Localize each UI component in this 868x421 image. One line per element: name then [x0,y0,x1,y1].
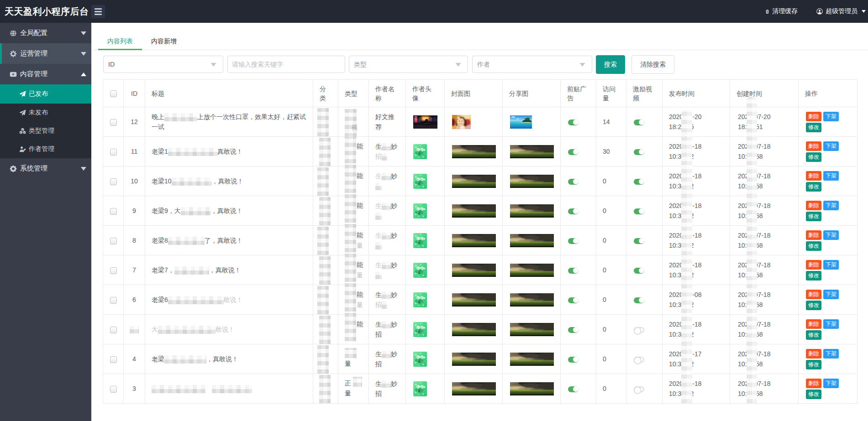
sidebar-subitem-unpublished[interactable]: 未发布 [0,104,91,122]
sidebar-subitem-author[interactable]: 作者管理 [0,140,91,158]
delete-button[interactable]: 删除 [806,141,821,151]
censor-mosaic [168,148,217,156]
delete-button[interactable]: 删除 [806,319,821,329]
preroll-toggle[interactable] [568,297,579,303]
sidebar-subitem-type[interactable]: 类型管理 [0,122,91,140]
edit-button[interactable]: 修改 [806,182,821,192]
edit-button[interactable]: 修改 [806,330,821,340]
create-time-cell: 2020-07-1810:30:58 [730,255,799,285]
row-checkbox[interactable] [110,178,117,185]
preroll-toggle[interactable] [568,386,579,392]
reward-video-toggle[interactable] [634,327,644,333]
delete-button[interactable]: 删除 [806,201,821,210]
preroll-toggle[interactable] [568,208,579,214]
edit-button[interactable]: 修改 [806,390,821,399]
preroll-toggle[interactable] [568,120,579,125]
caret-down-icon [81,31,86,35]
reward-video-toggle[interactable] [634,238,644,244]
row-checkbox[interactable] [110,386,117,393]
preroll-toggle[interactable] [568,268,579,274]
censor-mosaic [212,385,252,393]
edit-button[interactable]: 修改 [806,152,821,162]
publish-time-cell: 2020-07-1810:31:02 [663,255,730,285]
reward-video-toggle[interactable] [634,297,644,303]
admin-menu[interactable]: 超级管理员 [816,7,866,16]
preroll-toggle[interactable] [568,179,579,185]
offshelf-button[interactable]: 下架 [823,141,839,151]
delete-button[interactable]: 删除 [806,349,821,359]
reward-video-toggle[interactable] [634,179,644,185]
tab-content-list[interactable]: 内容列表 [98,32,142,50]
search-button[interactable]: 搜索 [596,55,625,74]
author-avatar-cell [406,344,445,374]
sidebar-subitem-published[interactable]: 已发布 [0,84,91,104]
offshelf-button[interactable]: 下架 [823,171,839,181]
edit-button[interactable]: 修改 [806,241,821,251]
sidebar-item-operation[interactable]: 运营管理 [0,43,91,64]
edit-button[interactable]: 修改 [806,301,821,310]
author-filter-select[interactable]: 作者 [472,56,592,73]
select-all-header[interactable] [103,80,124,107]
row-checkbox[interactable] [110,208,117,215]
row-checkbox[interactable] [110,297,117,304]
author-name-cell: 好文推荐 [369,107,406,137]
avatar-cube-image [413,322,427,337]
column-header: 操作 [799,80,857,107]
category-cell [313,226,338,255]
offshelf-button[interactable]: 下架 [823,319,839,329]
reward-video-toggle[interactable] [634,357,644,363]
reward-video-toggle[interactable] [634,120,644,125]
clear-cache-button[interactable]: 清理缓存 [765,7,798,16]
row-checkbox[interactable] [110,356,117,363]
delete-button[interactable]: 删除 [806,171,821,181]
row-select-cell [103,315,124,344]
select-all-checkbox[interactable] [110,90,117,97]
clear-search-button[interactable]: 清除搜索 [631,55,674,74]
publish-time-cell: 2020-07-1710:31:02 [663,344,730,374]
row-checkbox[interactable] [110,119,117,126]
offshelf-button[interactable]: 下架 [823,201,839,210]
edit-button[interactable]: 修改 [806,123,821,132]
preroll-toggle[interactable] [568,238,579,244]
type-filter-select[interactable]: 类型 [349,56,468,73]
offshelf-button[interactable]: 下架 [823,349,839,359]
keyword-input[interactable]: 请输入搜索关键字 [227,56,345,73]
offshelf-button[interactable]: 下架 [823,112,839,121]
sidebar-item-global-config[interactable]: 全局配置 [0,23,91,43]
reward-video-toggle[interactable] [634,149,644,155]
preroll-toggle[interactable] [568,149,579,155]
avatar-cube-image [413,292,427,307]
share-cell [503,285,561,315]
preroll-toggle[interactable] [568,357,579,363]
delete-button[interactable]: 删除 [806,290,821,299]
row-checkbox[interactable] [110,267,117,274]
offshelf-button[interactable]: 下架 [823,379,839,388]
edit-button[interactable]: 修改 [806,360,821,369]
offshelf-button[interactable]: 下架 [823,290,839,299]
id-filter-select[interactable]: ID [103,56,223,73]
row-checkbox[interactable] [110,149,117,156]
tab-content-new[interactable]: 内容新增 [142,32,186,50]
row-checkbox[interactable] [110,238,117,244]
preroll-toggle[interactable] [568,327,579,333]
delete-button[interactable]: 删除 [806,230,821,240]
publish-time-cell: 2020-07-1810:31:02 [663,196,730,226]
reward-video-toggle[interactable] [634,268,644,274]
row-checkbox[interactable] [110,327,117,333]
sidebar-toggle-button[interactable] [91,5,105,18]
delete-button[interactable]: 删除 [806,112,821,121]
censor-mosaic [164,113,197,121]
delete-button[interactable]: 删除 [806,260,821,270]
edit-button[interactable]: 修改 [806,212,821,221]
sidebar-item-system[interactable]: 系统管理 [0,158,91,179]
offshelf-button[interactable]: 下架 [823,260,839,270]
delete-button[interactable]: 删除 [806,379,821,388]
reward-video-toggle[interactable] [634,386,644,392]
top-bar: 天天盈利小程序后台 清理缓存 超级管理员 [0,0,868,23]
id-cell [124,315,145,344]
offshelf-button[interactable]: 下架 [823,230,839,240]
sidebar-item-content[interactable]: 内容管理 [0,64,91,84]
edit-button[interactable]: 修改 [806,271,821,281]
id-cell: 9 [124,196,145,226]
reward-video-toggle[interactable] [634,208,644,214]
